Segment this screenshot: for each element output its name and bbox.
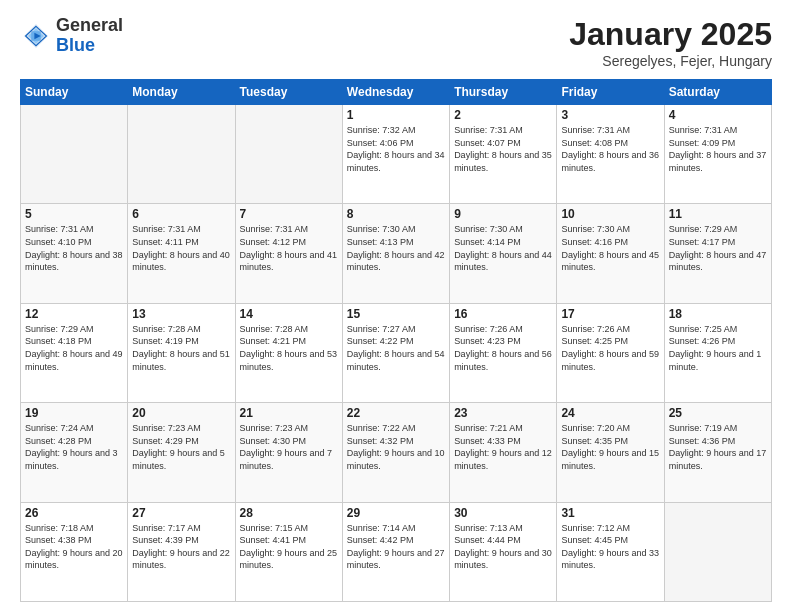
logo-icon xyxy=(20,20,52,52)
calendar-week-row: 26Sunrise: 7:18 AM Sunset: 4:38 PM Dayli… xyxy=(21,502,772,601)
day-info: Sunrise: 7:31 AM Sunset: 4:08 PM Dayligh… xyxy=(561,124,659,174)
calendar-day-cell: 28Sunrise: 7:15 AM Sunset: 4:41 PM Dayli… xyxy=(235,502,342,601)
location: Seregelyes, Fejer, Hungary xyxy=(569,53,772,69)
day-info: Sunrise: 7:29 AM Sunset: 4:17 PM Dayligh… xyxy=(669,223,767,273)
calendar-header-wednesday: Wednesday xyxy=(342,80,449,105)
calendar-day-cell: 18Sunrise: 7:25 AM Sunset: 4:26 PM Dayli… xyxy=(664,303,771,402)
day-number: 2 xyxy=(454,108,552,122)
logo-general: General xyxy=(56,16,123,36)
calendar-week-row: 12Sunrise: 7:29 AM Sunset: 4:18 PM Dayli… xyxy=(21,303,772,402)
day-info: Sunrise: 7:13 AM Sunset: 4:44 PM Dayligh… xyxy=(454,522,552,572)
day-number: 3 xyxy=(561,108,659,122)
calendar-day-cell: 5Sunrise: 7:31 AM Sunset: 4:10 PM Daylig… xyxy=(21,204,128,303)
calendar-day-cell: 24Sunrise: 7:20 AM Sunset: 4:35 PM Dayli… xyxy=(557,403,664,502)
day-info: Sunrise: 7:28 AM Sunset: 4:21 PM Dayligh… xyxy=(240,323,338,373)
calendar-day-cell: 14Sunrise: 7:28 AM Sunset: 4:21 PM Dayli… xyxy=(235,303,342,402)
calendar-day-cell: 20Sunrise: 7:23 AM Sunset: 4:29 PM Dayli… xyxy=(128,403,235,502)
calendar-day-cell: 6Sunrise: 7:31 AM Sunset: 4:11 PM Daylig… xyxy=(128,204,235,303)
day-info: Sunrise: 7:17 AM Sunset: 4:39 PM Dayligh… xyxy=(132,522,230,572)
logo-text: General Blue xyxy=(56,16,123,56)
calendar-table: SundayMondayTuesdayWednesdayThursdayFrid… xyxy=(20,79,772,602)
day-number: 23 xyxy=(454,406,552,420)
calendar-day-cell: 8Sunrise: 7:30 AM Sunset: 4:13 PM Daylig… xyxy=(342,204,449,303)
day-info: Sunrise: 7:26 AM Sunset: 4:23 PM Dayligh… xyxy=(454,323,552,373)
day-info: Sunrise: 7:26 AM Sunset: 4:25 PM Dayligh… xyxy=(561,323,659,373)
calendar-header-monday: Monday xyxy=(128,80,235,105)
day-number: 30 xyxy=(454,506,552,520)
day-info: Sunrise: 7:23 AM Sunset: 4:29 PM Dayligh… xyxy=(132,422,230,472)
calendar-day-cell: 30Sunrise: 7:13 AM Sunset: 4:44 PM Dayli… xyxy=(450,502,557,601)
header: General Blue January 2025 Seregelyes, Fe… xyxy=(20,16,772,69)
calendar-day-cell: 21Sunrise: 7:23 AM Sunset: 4:30 PM Dayli… xyxy=(235,403,342,502)
day-info: Sunrise: 7:32 AM Sunset: 4:06 PM Dayligh… xyxy=(347,124,445,174)
day-info: Sunrise: 7:20 AM Sunset: 4:35 PM Dayligh… xyxy=(561,422,659,472)
calendar-day-cell: 19Sunrise: 7:24 AM Sunset: 4:28 PM Dayli… xyxy=(21,403,128,502)
calendar-day-cell: 4Sunrise: 7:31 AM Sunset: 4:09 PM Daylig… xyxy=(664,105,771,204)
day-number: 24 xyxy=(561,406,659,420)
day-info: Sunrise: 7:30 AM Sunset: 4:16 PM Dayligh… xyxy=(561,223,659,273)
day-number: 10 xyxy=(561,207,659,221)
day-info: Sunrise: 7:29 AM Sunset: 4:18 PM Dayligh… xyxy=(25,323,123,373)
title-block: January 2025 Seregelyes, Fejer, Hungary xyxy=(569,16,772,69)
calendar-day-cell: 29Sunrise: 7:14 AM Sunset: 4:42 PM Dayli… xyxy=(342,502,449,601)
day-number: 29 xyxy=(347,506,445,520)
day-number: 27 xyxy=(132,506,230,520)
calendar-day-cell: 7Sunrise: 7:31 AM Sunset: 4:12 PM Daylig… xyxy=(235,204,342,303)
calendar-day-cell: 13Sunrise: 7:28 AM Sunset: 4:19 PM Dayli… xyxy=(128,303,235,402)
day-info: Sunrise: 7:12 AM Sunset: 4:45 PM Dayligh… xyxy=(561,522,659,572)
calendar-day-cell: 16Sunrise: 7:26 AM Sunset: 4:23 PM Dayli… xyxy=(450,303,557,402)
day-info: Sunrise: 7:22 AM Sunset: 4:32 PM Dayligh… xyxy=(347,422,445,472)
calendar-day-cell: 27Sunrise: 7:17 AM Sunset: 4:39 PM Dayli… xyxy=(128,502,235,601)
calendar-header-sunday: Sunday xyxy=(21,80,128,105)
day-info: Sunrise: 7:23 AM Sunset: 4:30 PM Dayligh… xyxy=(240,422,338,472)
day-number: 28 xyxy=(240,506,338,520)
day-number: 26 xyxy=(25,506,123,520)
logo: General Blue xyxy=(20,16,123,56)
calendar-header-friday: Friday xyxy=(557,80,664,105)
day-info: Sunrise: 7:27 AM Sunset: 4:22 PM Dayligh… xyxy=(347,323,445,373)
calendar-day-cell: 25Sunrise: 7:19 AM Sunset: 4:36 PM Dayli… xyxy=(664,403,771,502)
day-number: 20 xyxy=(132,406,230,420)
day-number: 7 xyxy=(240,207,338,221)
day-number: 6 xyxy=(132,207,230,221)
day-number: 25 xyxy=(669,406,767,420)
month-title: January 2025 xyxy=(569,16,772,53)
calendar-day-cell: 3Sunrise: 7:31 AM Sunset: 4:08 PM Daylig… xyxy=(557,105,664,204)
calendar-day-cell: 15Sunrise: 7:27 AM Sunset: 4:22 PM Dayli… xyxy=(342,303,449,402)
calendar-header-row: SundayMondayTuesdayWednesdayThursdayFrid… xyxy=(21,80,772,105)
calendar-day-cell: 17Sunrise: 7:26 AM Sunset: 4:25 PM Dayli… xyxy=(557,303,664,402)
day-number: 18 xyxy=(669,307,767,321)
calendar-day-cell xyxy=(235,105,342,204)
calendar-day-cell: 2Sunrise: 7:31 AM Sunset: 4:07 PM Daylig… xyxy=(450,105,557,204)
day-info: Sunrise: 7:14 AM Sunset: 4:42 PM Dayligh… xyxy=(347,522,445,572)
day-info: Sunrise: 7:31 AM Sunset: 4:07 PM Dayligh… xyxy=(454,124,552,174)
day-number: 12 xyxy=(25,307,123,321)
calendar-day-cell: 1Sunrise: 7:32 AM Sunset: 4:06 PM Daylig… xyxy=(342,105,449,204)
day-info: Sunrise: 7:18 AM Sunset: 4:38 PM Dayligh… xyxy=(25,522,123,572)
day-info: Sunrise: 7:19 AM Sunset: 4:36 PM Dayligh… xyxy=(669,422,767,472)
calendar-day-cell: 26Sunrise: 7:18 AM Sunset: 4:38 PM Dayli… xyxy=(21,502,128,601)
day-number: 31 xyxy=(561,506,659,520)
calendar-day-cell: 22Sunrise: 7:22 AM Sunset: 4:32 PM Dayli… xyxy=(342,403,449,502)
calendar-header-thursday: Thursday xyxy=(450,80,557,105)
day-number: 8 xyxy=(347,207,445,221)
day-number: 11 xyxy=(669,207,767,221)
calendar-day-cell: 31Sunrise: 7:12 AM Sunset: 4:45 PM Dayli… xyxy=(557,502,664,601)
day-number: 5 xyxy=(25,207,123,221)
calendar-week-row: 19Sunrise: 7:24 AM Sunset: 4:28 PM Dayli… xyxy=(21,403,772,502)
calendar-header-tuesday: Tuesday xyxy=(235,80,342,105)
day-info: Sunrise: 7:31 AM Sunset: 4:11 PM Dayligh… xyxy=(132,223,230,273)
calendar-week-row: 5Sunrise: 7:31 AM Sunset: 4:10 PM Daylig… xyxy=(21,204,772,303)
day-info: Sunrise: 7:25 AM Sunset: 4:26 PM Dayligh… xyxy=(669,323,767,373)
day-info: Sunrise: 7:15 AM Sunset: 4:41 PM Dayligh… xyxy=(240,522,338,572)
day-number: 13 xyxy=(132,307,230,321)
calendar-day-cell: 10Sunrise: 7:30 AM Sunset: 4:16 PM Dayli… xyxy=(557,204,664,303)
calendar-header-saturday: Saturday xyxy=(664,80,771,105)
day-number: 15 xyxy=(347,307,445,321)
calendar-day-cell: 9Sunrise: 7:30 AM Sunset: 4:14 PM Daylig… xyxy=(450,204,557,303)
calendar-day-cell: 11Sunrise: 7:29 AM Sunset: 4:17 PM Dayli… xyxy=(664,204,771,303)
day-number: 1 xyxy=(347,108,445,122)
day-number: 9 xyxy=(454,207,552,221)
page: General Blue January 2025 Seregelyes, Fe… xyxy=(0,0,792,612)
day-number: 19 xyxy=(25,406,123,420)
